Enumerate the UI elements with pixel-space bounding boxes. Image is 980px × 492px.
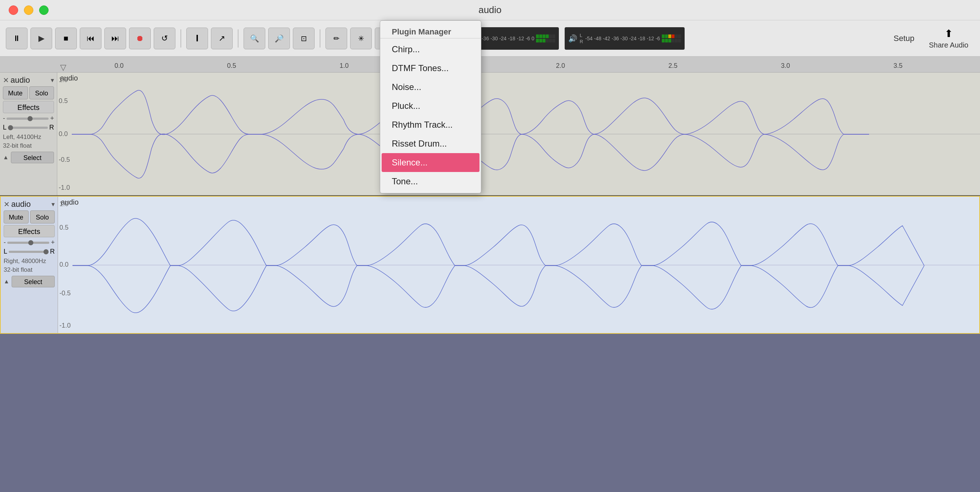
menu-item-pluck[interactable]: Pluck... bbox=[380, 96, 481, 115]
menu-item-silence[interactable]: Silence... bbox=[382, 153, 479, 172]
menu-item-chirp[interactable]: Chirp... bbox=[380, 40, 481, 59]
menu-item-risset[interactable]: Risset Drum... bbox=[380, 134, 481, 153]
menu-item-dtmf[interactable]: DTMF Tones... bbox=[380, 59, 481, 78]
close-button[interactable] bbox=[9, 5, 18, 15]
dropdown-menu: Plugin Manager Chirp... DTMF Tones... No… bbox=[380, 20, 481, 193]
maximize-button[interactable] bbox=[39, 5, 49, 15]
minimize-button[interactable] bbox=[24, 5, 33, 15]
menu-plugin-manager[interactable]: Plugin Manager bbox=[380, 23, 481, 38]
menu-item-rhythm[interactable]: Rhythm Track... bbox=[380, 115, 481, 134]
menu-item-tone[interactable]: Tone... bbox=[380, 172, 481, 191]
dropdown-overlay: Plugin Manager Chirp... DTMF Tones... No… bbox=[0, 20, 980, 492]
menu-item-noise[interactable]: Noise... bbox=[380, 78, 481, 96]
window-title: audio bbox=[479, 4, 501, 16]
window-controls bbox=[9, 5, 49, 15]
titlebar: audio bbox=[0, 0, 980, 20]
